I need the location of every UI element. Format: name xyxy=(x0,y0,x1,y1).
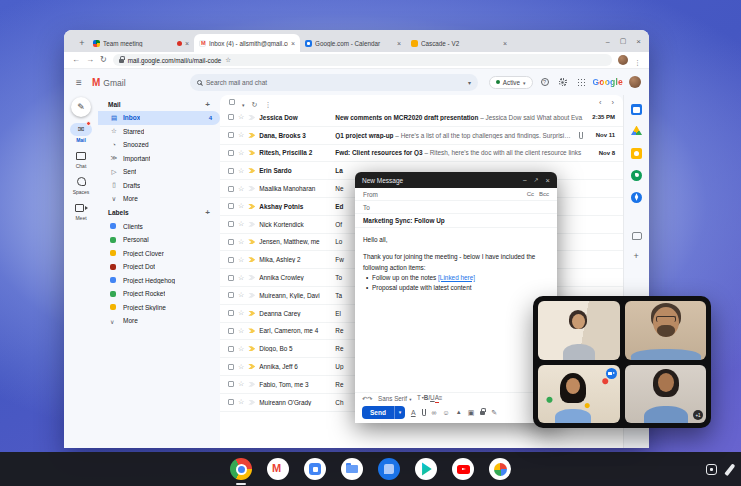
reload-icon[interactable] xyxy=(100,56,107,64)
importance-marker-icon[interactable] xyxy=(248,311,255,316)
row-checkbox[interactable] xyxy=(228,310,234,316)
attach-icon[interactable] xyxy=(422,409,426,416)
compose-close-icon[interactable] xyxy=(546,176,550,185)
tab-close-icon[interactable]: × xyxy=(397,40,401,47)
sidebar-label-project-skyline[interactable]: Project Skyline xyxy=(98,301,220,315)
bcc-toggle[interactable]: Bcc xyxy=(539,191,549,197)
help-button[interactable] xyxy=(539,78,551,86)
star-icon[interactable] xyxy=(238,274,244,282)
sidebar-item-inbox[interactable]: Inbox 4 xyxy=(98,111,220,125)
star-icon[interactable] xyxy=(238,291,244,299)
link-icon[interactable] xyxy=(432,409,437,416)
browser-tab-cascade-v2[interactable]: Cascade - V2 × xyxy=(406,35,512,52)
sidebar-item-more[interactable]: More xyxy=(98,192,220,206)
main-menu-icon[interactable] xyxy=(72,77,86,88)
forward-icon[interactable] xyxy=(86,56,94,64)
row-checkbox[interactable] xyxy=(228,346,234,352)
taskbar-app-chrome[interactable] xyxy=(229,457,253,481)
drive-icon[interactable] xyxy=(456,409,462,415)
redo-icon[interactable] xyxy=(367,396,372,402)
row-checkbox[interactable] xyxy=(228,381,234,387)
sidebar-item-starred[interactable]: Starred xyxy=(98,125,220,139)
sidebar-label-personal[interactable]: Personal xyxy=(98,233,220,247)
size-icon[interactable] xyxy=(417,395,424,401)
maximize-icon[interactable] xyxy=(620,37,627,45)
search-options-icon[interactable] xyxy=(468,79,471,86)
star-icon[interactable] xyxy=(238,363,244,371)
nav-rail-chat[interactable]: Chat xyxy=(66,149,96,169)
sidebar-label-more[interactable]: More xyxy=(98,314,220,328)
importance-marker-icon[interactable] xyxy=(248,186,255,191)
settings-button[interactable] xyxy=(557,78,569,86)
importance-marker-icon[interactable] xyxy=(248,293,255,298)
nav-rail-meet[interactable]: Meet xyxy=(66,201,96,221)
row-checkbox[interactable] xyxy=(228,292,234,298)
video-tile[interactable] xyxy=(538,365,620,424)
sidebar-item-drafts[interactable]: Drafts xyxy=(98,179,220,193)
sidebar-item-important[interactable]: Important xyxy=(98,152,220,166)
minimize-icon[interactable] xyxy=(606,38,610,45)
tab-close-icon[interactable]: × xyxy=(291,40,295,47)
star-icon[interactable] xyxy=(238,202,244,210)
sidebar-item-snoozed[interactable]: Snoozed xyxy=(98,138,220,152)
browser-tab-inbox-4-allsmith-gmail-com[interactable]: Inbox (4) - allsmith@gmail.com × xyxy=(194,34,300,52)
importance-marker-icon[interactable] xyxy=(248,150,255,155)
compass-icon[interactable] xyxy=(631,191,643,203)
star-icon[interactable] xyxy=(238,380,244,388)
lock-icon[interactable] xyxy=(480,411,485,415)
row-checkbox[interactable] xyxy=(228,399,234,405)
email-row[interactable]: Ritesh, Priscilla 2 Fwd: Client resource… xyxy=(220,145,623,163)
importance-marker-icon[interactable] xyxy=(248,328,255,333)
importance-marker-icon[interactable] xyxy=(248,382,255,387)
select-all-checkbox[interactable] xyxy=(229,99,235,105)
importance-marker-icon[interactable] xyxy=(248,133,255,138)
video-tile[interactable] xyxy=(538,301,620,360)
email-row[interactable]: Dana, Brooks 3 Q1 project wrap-upHere's … xyxy=(220,127,623,145)
back-icon[interactable] xyxy=(72,56,80,64)
cc-toggle[interactable]: Cc xyxy=(527,191,534,197)
compose-body[interactable]: Hello all, Thank you for joining the mee… xyxy=(355,228,557,392)
add-label-icon[interactable] xyxy=(205,208,210,217)
star-icon[interactable] xyxy=(238,256,244,264)
image-icon[interactable] xyxy=(468,409,475,416)
compose-popout-icon[interactable] xyxy=(534,176,539,185)
chat-bubble-icon[interactable] xyxy=(631,229,643,241)
bookmark-star-icon[interactable] xyxy=(225,56,231,64)
compose-minimize-icon[interactable] xyxy=(523,176,527,185)
address-bar[interactable]: mail.google.com/mail/u/mail-code xyxy=(113,54,612,66)
email-row[interactable]: Jessica Dow New comments on MCR2020 draf… xyxy=(220,109,623,127)
taskbar-app-messages[interactable] xyxy=(377,457,401,481)
star-icon[interactable] xyxy=(238,167,244,175)
nav-rail-mail[interactable]: Mail xyxy=(66,123,96,143)
star-icon[interactable] xyxy=(238,398,244,406)
importance-marker-icon[interactable] xyxy=(248,222,255,227)
sidebar-label-project-rocket[interactable]: Project Rocket xyxy=(98,287,220,301)
voice-icon[interactable] xyxy=(631,169,643,181)
sidebar-label-project-dot[interactable]: Project Dot xyxy=(98,260,220,274)
taskbar-app-screencast[interactable] xyxy=(303,457,327,481)
browser-tab-team-meeting[interactable]: Team meeting × xyxy=(88,35,194,52)
tab-close-icon[interactable]: × xyxy=(185,40,189,47)
star-icon[interactable] xyxy=(238,309,244,317)
row-checkbox[interactable] xyxy=(228,257,234,263)
star-icon[interactable] xyxy=(238,327,244,335)
browser-menu-icon[interactable] xyxy=(634,51,641,69)
star-icon[interactable] xyxy=(238,113,244,121)
taskbar-app-play[interactable] xyxy=(414,457,438,481)
align-icon[interactable] xyxy=(439,395,443,401)
apps-button[interactable] xyxy=(575,78,587,86)
subject-field[interactable]: Marketing Sync: Follow Up xyxy=(355,214,557,228)
close-icon[interactable] xyxy=(636,37,641,46)
screen-capture-icon[interactable] xyxy=(706,464,717,475)
star-icon[interactable] xyxy=(238,131,244,139)
row-checkbox[interactable] xyxy=(228,203,234,209)
video-tile[interactable] xyxy=(625,301,707,360)
browser-profile-avatar[interactable] xyxy=(618,55,628,65)
importance-marker-icon[interactable] xyxy=(248,257,255,262)
keep-icon[interactable] xyxy=(631,147,643,159)
stylus-icon[interactable] xyxy=(724,463,735,475)
video-tile[interactable]: +1 xyxy=(625,365,707,424)
from-field[interactable]: From Cc Bcc xyxy=(355,188,557,201)
importance-marker-icon[interactable] xyxy=(248,115,255,120)
taskbar-app-files[interactable] xyxy=(340,457,364,481)
